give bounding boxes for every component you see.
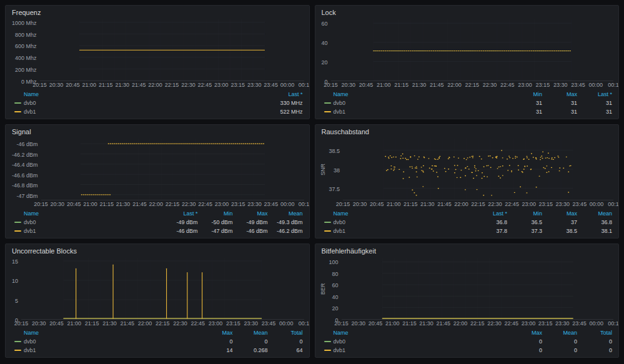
x-tick-label: 00:00 [280, 201, 295, 207]
chart-canvas[interactable] [331, 19, 613, 81]
y-tick-label: 20 [322, 59, 328, 66]
y-axis: -46 dBm-46.2 dBm-46.4 dBm-46.6 dBm-46.8 … [9, 139, 41, 200]
plot-area[interactable] [331, 19, 613, 81]
panel-title[interactable]: Frequenz [6, 6, 309, 17]
legend-col-header[interactable]: Last * [473, 210, 508, 218]
x-tick-label: 20:15 [14, 320, 29, 327]
x-tick-label: 20:45 [369, 320, 383, 327]
legend-col-header[interactable]: Mean [578, 210, 613, 218]
legend-series-dvb1[interactable]: dvb1 [14, 347, 199, 354]
legend-series-dvb0[interactable]: dvb0 [324, 219, 474, 226]
y-tick-labels: 6040200 [319, 19, 331, 81]
x-tick-label: 00:00 [590, 201, 604, 207]
legend-col-header[interactable]: Last * [164, 210, 199, 218]
legend-value: -50 dBm [199, 218, 234, 227]
x-tick-label: 23:30 [555, 320, 570, 327]
x-tick-label: 21:45 [120, 320, 134, 327]
legend-col-header[interactable]: Total [269, 329, 304, 337]
x-tick-label: 21:30 [116, 201, 131, 207]
legend-series-dvb1[interactable]: dvb1 [324, 227, 474, 235]
x-tick-label: 23:15 [538, 201, 553, 207]
legend-series-dvb0[interactable]: dvb0 [14, 99, 269, 107]
chart-canvas[interactable] [343, 139, 613, 200]
x-tick-label: 21:15 [85, 320, 99, 327]
panel-title[interactable]: Bitfehlerhäufigkeit [315, 244, 619, 256]
x-tick-label: 21:00 [82, 82, 97, 88]
plot-area[interactable] [342, 258, 613, 320]
legend-series-dvb1[interactable]: dvb1 [14, 227, 164, 235]
legend-col-header[interactable]: Last * [269, 91, 304, 99]
legend-series-dvb0[interactable]: dvb0 [324, 338, 509, 345]
legend-col-header[interactable]: Mean [269, 210, 304, 218]
x-tick-label: 22:15 [156, 320, 170, 327]
legend-series-dvb0[interactable]: dvb0 [324, 99, 509, 107]
legend-series-dvb1[interactable]: dvb1 [324, 108, 509, 116]
x-tick-label: 22:45 [198, 201, 212, 207]
legend-col-header[interactable]: Max [199, 329, 234, 337]
x-tick-label: 00:00 [280, 82, 295, 88]
legend-name-header[interactable]: Name [14, 210, 164, 218]
legend-col-header[interactable]: Max [543, 91, 578, 99]
legend: NameMinMaxLast *dvb0313131dvb1313131 [324, 91, 614, 116]
plot-area[interactable] [21, 258, 304, 320]
legend: NameMaxMeanTotaldvb0000dvb1140.26864 [14, 329, 304, 355]
legend-name-header[interactable]: Name [324, 91, 509, 99]
panel-title[interactable]: Lock [315, 6, 619, 17]
legend-col-header[interactable]: Mean [543, 329, 578, 337]
legend-col-header[interactable]: Min [199, 210, 234, 218]
x-tick-label: 22:30 [181, 82, 196, 88]
legend-name-header[interactable]: Name [14, 91, 269, 99]
x-tick-label: 21:30 [115, 82, 129, 88]
legend-col-header[interactable]: Min [508, 210, 543, 218]
x-tick-label: 22:00 [149, 201, 163, 207]
legend-name-header[interactable]: Name [324, 329, 509, 337]
plot-area[interactable] [40, 19, 304, 81]
chart-canvas[interactable] [342, 258, 613, 319]
legend: NameLast *MinMaxMeandvb0-49 dBm-50 dBm-4… [14, 210, 304, 235]
legend-name-header[interactable]: Name [324, 210, 474, 218]
x-tick-label: 23:45 [262, 320, 276, 327]
x-tick-label: 21:30 [412, 82, 427, 88]
x-tick-label: 22:00 [447, 82, 462, 88]
legend-container: NameLast *MinMaxMeandvb0-49 dBm-50 dBm-4… [6, 209, 309, 238]
legend-series-dvb1[interactable]: dvb1 [324, 347, 509, 354]
chart-canvas[interactable] [40, 19, 304, 81]
x-tick-label: 21:00 [83, 201, 97, 207]
legend-col-header[interactable]: Mean [234, 329, 269, 337]
panel-title[interactable]: Rauschabstand [315, 125, 619, 137]
legend-col-header[interactable]: Max [508, 329, 543, 337]
chart-canvas[interactable] [21, 258, 304, 319]
y-tick-label: 10 [12, 278, 18, 284]
legend-col-header[interactable]: Max [234, 210, 269, 218]
legend-col-header[interactable]: Max [543, 210, 578, 218]
x-tick-label: 23:15 [226, 320, 240, 327]
legend-col-header[interactable]: Last * [578, 91, 613, 99]
legend-series-dvb0[interactable]: dvb0 [14, 338, 199, 345]
plot-area[interactable] [343, 139, 613, 200]
plot-area[interactable] [41, 139, 304, 200]
y-tick-label: -46.4 dBm [12, 162, 38, 168]
panel-title[interactable]: Signal [6, 125, 309, 137]
y-tick-label: -47 dBm [17, 193, 38, 199]
legend-series-dvb1[interactable]: dvb1 [14, 108, 269, 116]
legend-container: NameLast *MinMaxMeandvb036.836.53736.8dv… [315, 209, 619, 238]
panel-title[interactable]: Uncorrectable Blocks [6, 244, 309, 256]
x-tick-label: 23:15 [231, 201, 245, 207]
y-tick-label: 600 Mhz [15, 43, 37, 49]
x-tick-label: 22:30 [487, 320, 502, 327]
x-tick-label: 21:45 [437, 201, 452, 207]
legend-value: -46 dBm [234, 227, 269, 235]
x-tick-label: 20:45 [359, 82, 374, 88]
legend-series-dvb0[interactable]: dvb0 [14, 219, 164, 226]
legend-col-header[interactable]: Min [508, 91, 543, 99]
y-tick-labels: -46 dBm-46.2 dBm-46.4 dBm-46.6 dBm-46.8 … [9, 139, 41, 200]
legend-col-header[interactable]: Total [578, 329, 613, 337]
y-tick-label: -46.6 dBm [12, 172, 38, 179]
chart-area: -46 dBm-46.2 dBm-46.4 dBm-46.6 dBm-46.8 … [6, 137, 309, 200]
x-axis: 20:1520:3020:4521:0021:1521:3021:4522:00… [21, 320, 304, 328]
y-tick-label: 37.5 [329, 186, 340, 192]
series-name: dvb0 [334, 99, 346, 107]
legend-name-header[interactable]: Name [14, 329, 199, 337]
chart-canvas[interactable] [41, 139, 304, 200]
series-name: dvb0 [24, 338, 36, 345]
